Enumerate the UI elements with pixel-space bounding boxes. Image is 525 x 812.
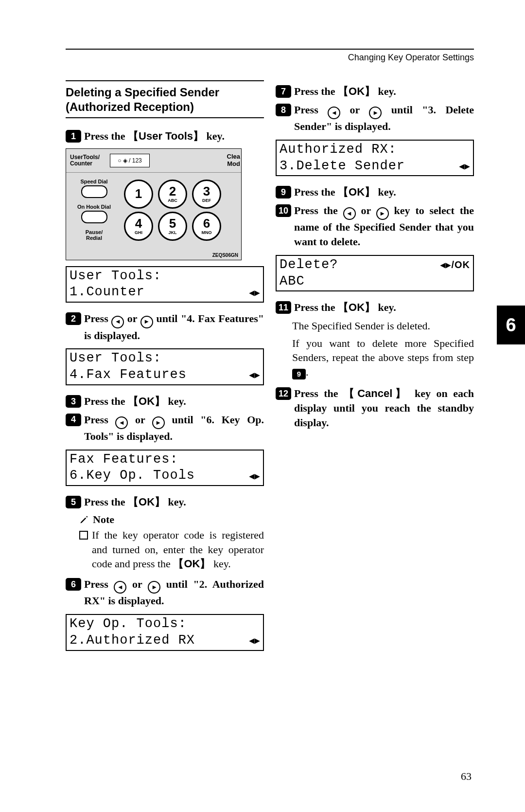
key-6: 6MNO (192, 212, 221, 241)
step-5: 5 Press the OK key. (66, 495, 264, 509)
step-number-badge: 6 (66, 578, 81, 591)
step-text: Press the Cancel key on each display unt… (294, 386, 474, 430)
ok-keycap: OK (338, 301, 375, 313)
step-number-badge: 2 (66, 312, 81, 325)
note-bullet-icon (79, 531, 88, 540)
step-12: 12 Press the Cancel key on each display … (276, 386, 474, 430)
left-arrow-icon: ◂ (115, 416, 128, 429)
right-arrow-icon: ▸ (140, 316, 153, 328)
step-number-badge: 1 (66, 130, 81, 143)
step-number-badge: 4 (66, 414, 81, 426)
ok-keycap: OK (173, 558, 210, 570)
key-1: 1 (124, 180, 153, 209)
note-heading: Note (79, 513, 264, 526)
step-text: Press the User Tools key. (84, 129, 225, 144)
user-tools-keycap: User Tools (128, 130, 204, 142)
pause-redial-label: Pause/Redial (66, 229, 122, 241)
right-arrow-icon: ▸ (376, 207, 389, 220)
lcd-step1: User Tools: 1.Counter◂▸ (66, 266, 264, 303)
section-title: Deleting a Specified Sender (Authorized … (66, 80, 264, 118)
step-text: Press ◂ or ▸ until "6. Key Op. Tools" is… (84, 413, 264, 444)
right-column: 7 Press the OK key. 8 Press ◂ or ▸ until… (276, 80, 474, 660)
step-11: 11 Press the OK key. (276, 300, 474, 315)
left-arrow-icon: ◂ (111, 316, 124, 328)
step-6: 6 Press ◂ or ▸ until "2. Authorized RX" … (66, 577, 264, 608)
chapter-thumb-tab: 6 (497, 306, 525, 344)
speed-dial-label: Speed Dial (66, 179, 122, 198)
right-arrow-icon: ▸ (369, 107, 382, 119)
note-text: If the key operator code is registered a… (92, 528, 264, 571)
lcd-step4: Fax Features: 6.Key Op. Tools◂▸ (66, 450, 264, 487)
key-4: 4GHI (124, 212, 153, 241)
left-column: Deleting a Specified Sender (Authorized … (66, 80, 264, 660)
right-arrow-icon: ▸ (148, 581, 160, 594)
step-11-followup-1: The Specified Sender is deleted. (292, 319, 474, 333)
two-column-layout: Deleting a Specified Sender (Authorized … (66, 80, 474, 660)
step-11-followup-2: If you want to delete more Specified Sen… (292, 336, 474, 380)
ok-keycap: OK (128, 496, 165, 508)
step-number-badge: 8 (276, 104, 291, 116)
lcd-step2: User Tools: 4.Fax Features◂▸ (66, 348, 264, 385)
left-arrow-icon: ◂ (328, 107, 340, 119)
key-2: 2ABC (158, 180, 187, 209)
step-number-badge: 7 (276, 85, 291, 98)
step-text: Press the ◂ or ▸ key to select the name … (294, 203, 474, 249)
step-number-badge: 12 (276, 387, 291, 400)
step-7: 7 Press the OK key. (276, 84, 474, 99)
illustration-ref: ZEQS06GN (212, 253, 238, 258)
step-4: 4 Press ◂ or ▸ until "6. Key Op. Tools" … (66, 413, 264, 444)
lcd-step8: Authorized RX: 3.Delete Sender◂▸ (276, 140, 474, 177)
page-number: 63 (461, 770, 472, 783)
key-5: 5JKL (158, 212, 187, 241)
right-arrow-icon: ▸ (152, 416, 165, 429)
keypad-clear-label: CleaMod (227, 153, 241, 167)
step-number-badge: 3 (66, 395, 81, 408)
cancel-keycap: Cancel (344, 387, 409, 399)
step-number-badge: 5 (66, 496, 81, 508)
step-9: 9 Press the OK key. (276, 185, 474, 199)
step-text: Press the OK key. (294, 185, 396, 199)
lcd-step6: Key Op. Tools: 2.Authorized RX◂▸ (66, 614, 264, 651)
step-10: 10 Press the ◂ or ▸ key to select the na… (276, 203, 474, 249)
running-header: Changing Key Operator Settings (66, 53, 474, 63)
ok-keycap: OK (338, 186, 375, 198)
step-text: Press the OK key. (294, 300, 396, 315)
ok-keycap: OK (128, 395, 165, 407)
lcd-step10: Delete?◂▸/OK ABC (276, 255, 474, 292)
step-number-badge: 11 (276, 301, 291, 314)
note-item: If the key operator code is registered a… (79, 528, 264, 571)
left-right-arrow-icon: ◂▸ (459, 160, 470, 172)
arrow-ok-indicator: ◂▸/OK (440, 259, 470, 271)
keypad-illustration: UserTools/Counter ○ ◈ / 123 CleaMod Spee… (66, 148, 242, 260)
left-arrow-icon: ◂ (343, 207, 356, 220)
step-text: Press ◂ or ▸ until "3. Delete Sender" is… (294, 103, 474, 134)
step-text: Press the OK key. (84, 394, 186, 409)
keypad-usertools-label: UserTools/Counter (66, 152, 110, 169)
keypad-display-icon: ○ ◈ / 123 (110, 154, 150, 167)
step-text: Press the OK key. (84, 495, 186, 509)
step-number-badge: 10 (276, 204, 291, 217)
step-text: Press the OK key. (294, 84, 396, 99)
on-hook-dial-label: On Hook Dial (66, 204, 122, 223)
ok-keycap: OK (338, 85, 375, 97)
left-right-arrow-icon: ◂▸ (249, 287, 260, 299)
pencil-icon (79, 515, 89, 524)
step-1: 1 Press the User Tools key. (66, 129, 264, 144)
step-text: Press ◂ or ▸ until "4. Fax Features" is … (84, 311, 264, 343)
left-right-arrow-icon: ◂▸ (249, 634, 260, 647)
step-text: Press ◂ or ▸ until "2. Authorized RX" is… (84, 577, 264, 608)
step-ref-badge: 9 (292, 369, 306, 379)
key-3: 3DEF (192, 180, 221, 209)
left-right-arrow-icon: ◂▸ (249, 470, 260, 482)
header-rule (66, 49, 474, 50)
step-8: 8 Press ◂ or ▸ until "3. Delete Sender" … (276, 103, 474, 134)
page: Changing Key Operator Settings Deleting … (0, 0, 525, 689)
step-number-badge: 9 (276, 186, 291, 198)
step-2: 2 Press ◂ or ▸ until "4. Fax Features" i… (66, 311, 264, 343)
left-right-arrow-icon: ◂▸ (249, 369, 260, 381)
step-3: 3 Press the OK key. (66, 394, 264, 409)
left-arrow-icon: ◂ (114, 581, 126, 594)
